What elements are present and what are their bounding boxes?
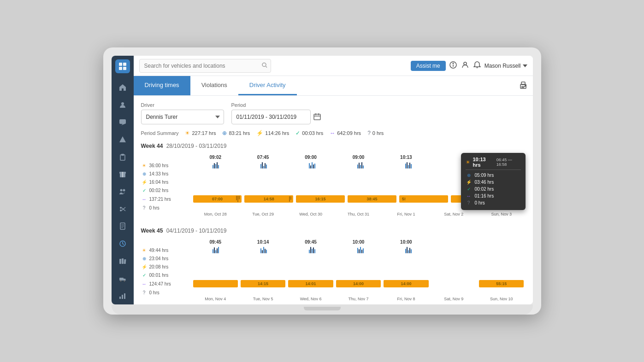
w45-label-question-icon: ? [141,290,148,295]
week-45-sun-bars [192,246,526,254]
sidebar-item-scissors[interactable] [114,201,131,217]
sidebar-item-chart[interactable] [114,288,131,304]
circle-icon: ⊕ [222,130,227,136]
sidebar-item-users[interactable] [114,184,131,199]
svg-rect-31 [124,293,125,299]
week-45-orange-bars: 14:15 14:01 [192,279,526,288]
notification-icon[interactable] [473,61,481,70]
tooltip-circle-label: 05:09 hrs [475,173,494,178]
w45-day-time-mon4: 09:45 [192,238,239,246]
day-name-wed30: Wed, Oct 30 [287,212,334,220]
check-fri1 [384,186,433,194]
w45-r2-sat9 [430,254,478,263]
svg-point-37 [464,62,467,65]
summary-item-ruler: ↔ 642:09 hrs [330,130,361,136]
svg-point-15 [120,210,122,211]
tooltip-question-icon: ? [466,200,472,205]
summary-item-sun: ☀ 227:17 hrs [185,130,216,136]
sidebar-item-document[interactable] [114,219,131,234]
w45-orange-tue5: 14:15 [239,279,287,288]
w45-orange-sun10: 55:15 [478,279,525,288]
circle-fri1 [384,169,433,178]
sun-mon28 [192,161,240,169]
w45-label-sun-icon: ☀ [141,248,148,253]
day-name-tue29: Tue, Oct 29 [239,212,287,220]
week-45-time-headers: 09:45 10:14 09:45 10:00 10:00 [192,238,526,246]
week-45-header: Week 45 04/11/2019 - 10/11/2019 [141,228,526,234]
q-thu31 [335,204,382,212]
w45-label-sun-row: ☀ 49:44 hrs [141,246,192,254]
circle-tue29 [240,169,288,178]
sidebar-item-books[interactable] [114,253,131,269]
info-icon[interactable] [449,61,457,70]
tab-driver-activity[interactable]: Driver Activity [238,76,297,95]
day-name-fri1: Fri, Nov 1 [382,212,430,220]
w45-label-sun-value: 49:44 hrs [149,248,169,253]
print-button[interactable] [514,76,533,95]
w45-label-circle-icon: ⊕ [141,256,148,261]
assist-button[interactable]: Assist me [411,61,446,71]
week-44-label: Week 44 [141,143,163,149]
question-icon: ? [367,130,371,136]
sidebar-item-truck[interactable] [114,271,131,286]
person-icon[interactable] [461,61,469,70]
tooltip-check-icon: ✓ [466,187,472,192]
w45-label-check-row: ✓ 00:01 hrs [141,271,192,279]
svg-point-13 [123,189,125,192]
summary-value-question: 0 hrs [372,130,384,136]
calendar-icon[interactable] [313,113,321,122]
label-ruler-value: 137:21 hrs [149,197,171,202]
sidebar-item-messages[interactable] [114,114,131,130]
sidebar-item-box[interactable] [114,166,131,182]
summary-value-ruler: 642:09 hrs [337,130,361,136]
search-input[interactable] [139,59,272,73]
week-44-section: Week 44 28/10/2019 - 03/11/2019 ☀ 36:00 … [141,143,526,220]
w45-label-walk-icon: ⚡ [141,264,148,269]
svg-point-27 [120,280,121,281]
orange-label-tue29: 14:58 [264,197,274,201]
svg-rect-8 [121,154,124,156]
summary-item-check: ✓ 00:03 hrs [295,130,323,136]
tab-violations[interactable]: Violations [190,76,238,95]
svg-rect-0 [119,63,122,66]
w45-day-name-tue5: Tue, Nov 5 [239,297,287,304]
week-45-dates: 04/11/2019 - 10/11/2019 [166,228,227,234]
sidebar-item-clock[interactable] [114,236,131,251]
circle-mon28 [192,169,240,178]
sun-tue29 [240,161,288,169]
sidebar-item-person[interactable] [114,97,131,113]
topbar-user[interactable]: Mason Russell [484,63,527,69]
w45-label-walk-value: 20:08 hrs [149,264,169,269]
week-44-days: 09:02 07:45 09:00 09:00 10:13 [192,153,526,220]
svg-point-4 [121,102,124,105]
sun-icon: ☀ [185,130,190,136]
circle-wed30 [288,169,337,178]
w45-day-name-sat9: Sat, Nov 9 [430,297,478,304]
driver-select[interactable]: Dennis Turer [141,110,224,124]
period-summary: Period Summary ☀ 227:17 hrs ⊕ 83:21 hrs … [141,130,526,136]
w45-r2-wed6 [287,254,334,263]
week-45-question-row [192,288,526,297]
w45-sun-mon4 [192,246,240,254]
summary-value-sun: 227:17 hrs [192,130,216,136]
day-name-thu31: Thu, Oct 31 [335,212,382,220]
w45-orange-label-55-15: 55:15 [496,281,507,286]
period-input[interactable] [231,110,311,124]
app-logo[interactable] [115,59,130,73]
tooltip-row-circle: ⊕ 05:09 hrs [466,172,521,179]
sidebar-item-shapes[interactable] [114,132,131,147]
orange-tue29: 14:58 [243,194,295,204]
ruler-icon: ↔ [330,130,335,136]
w45-day-name-thu7: Thu, Nov 7 [335,297,382,304]
laptop-base [112,304,533,315]
svg-rect-5 [119,119,126,124]
tab-driving-times[interactable]: Driving times [134,76,190,95]
w45-day-time-wed6: 09:45 [287,238,334,246]
day-name-mon28: Mon, Oct 28 [192,212,239,220]
w45-orange-label-wed6: 14:01 [306,281,316,286]
sidebar-item-home[interactable] [114,80,131,95]
sidebar-item-clipboard[interactable] [114,149,131,165]
svg-point-36 [453,63,454,64]
period-summary-label: Period Summary [141,130,179,136]
w45-sun-thu7 [336,246,384,254]
